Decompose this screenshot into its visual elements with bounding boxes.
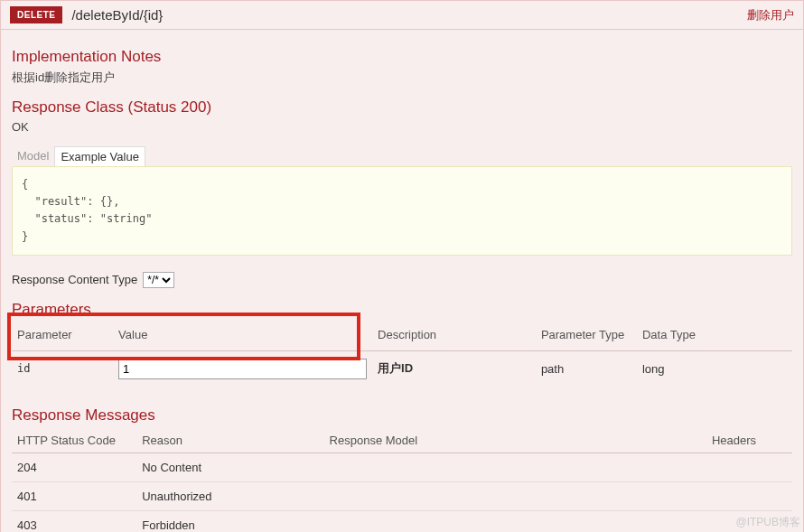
resp-code: 401	[12, 481, 136, 510]
response-content-type-select[interactable]: */*	[143, 272, 174, 288]
resp-reason: Forbidden	[136, 510, 323, 532]
implementation-notes-text: 根据id删除指定用户	[12, 70, 792, 86]
response-messages-table: HTTP Status Code Reason Response Model H…	[12, 428, 792, 532]
params-header-description: Description	[372, 322, 536, 351]
response-content-type-row: Response Content Type */*	[12, 272, 792, 288]
endpoint-path: /deleteById/{id}	[71, 7, 747, 23]
method-badge: DELETE	[10, 6, 62, 23]
param-type: path	[536, 350, 637, 387]
resp-header-reason: Reason	[136, 428, 323, 453]
param-name: id	[12, 350, 113, 387]
resp-reason: Unauthorized	[136, 481, 323, 510]
param-value-cell	[113, 350, 372, 387]
response-messages-title: Response Messages	[12, 406, 792, 425]
response-content-type-label: Response Content Type	[12, 273, 137, 286]
operation-header[interactable]: DELETE /deleteById/{id} 删除用户	[1, 1, 803, 30]
params-header-paramtype: Parameter Type	[536, 322, 637, 351]
resp-header-code: HTTP Status Code	[12, 428, 136, 453]
parameters-table: Parameter Value Description Parameter Ty…	[12, 322, 792, 387]
tab-example-value[interactable]: Example Value	[54, 146, 145, 166]
resp-header-headers: Headers	[706, 428, 792, 453]
operation-panel: DELETE /deleteById/{id} 删除用户 Implementat…	[0, 0, 804, 532]
table-row: 401 Unauthorized	[12, 481, 792, 510]
tab-model[interactable]: Model	[12, 146, 54, 166]
params-header-datatype: Data Type	[637, 322, 792, 351]
resp-code: 403	[12, 510, 136, 532]
params-header-value: Value	[113, 322, 372, 351]
response-tabs: Model Example Value	[12, 146, 792, 166]
table-row: id 用户ID path long	[12, 350, 792, 387]
operation-summary: 删除用户	[747, 7, 794, 23]
operation-content: Implementation Notes 根据id删除指定用户 Response…	[1, 30, 803, 532]
response-class-title: Response Class (Status 200)	[12, 98, 792, 117]
param-datatype: long	[637, 350, 792, 387]
example-value-box[interactable]: { "result": {}, "status": "string" }	[12, 166, 792, 256]
watermark: @ITPUB博客	[735, 515, 800, 530]
params-header-parameter: Parameter	[12, 322, 113, 351]
table-row: 403 Forbidden	[12, 510, 792, 532]
resp-header-model: Response Model	[324, 428, 706, 453]
resp-code: 204	[12, 453, 136, 481]
parameters-title: Parameters	[12, 301, 792, 319]
implementation-notes-title: Implementation Notes	[12, 48, 792, 66]
param-description: 用户ID	[372, 350, 536, 387]
response-class-status: OK	[12, 120, 792, 134]
param-value-input[interactable]	[118, 359, 367, 379]
table-row: 204 No Content	[12, 453, 792, 481]
resp-reason: No Content	[136, 453, 323, 481]
